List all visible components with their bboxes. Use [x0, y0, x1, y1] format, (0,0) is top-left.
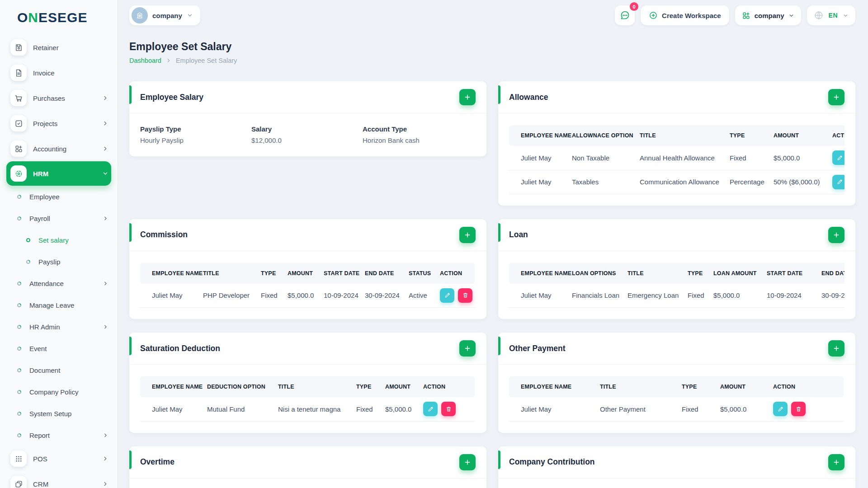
sidebar-item-manage-leave[interactable]: Manage Leave: [6, 294, 111, 316]
create-workspace-label: Create Workspace: [662, 12, 721, 19]
sidebar-item-label: Employee: [29, 193, 111, 201]
add-saturation-deduction-button[interactable]: [459, 340, 476, 357]
column-header: START DATE: [318, 263, 359, 284]
pencil-icon: [836, 178, 843, 185]
breadcrumb-dashboard-link[interactable]: Dashboard: [129, 57, 161, 64]
sidebar: ONESEGE Retainer Invoice Purchases: [0, 0, 118, 488]
cell-title: Annual Health Allowance: [634, 146, 724, 170]
bullet-icon: [16, 324, 22, 330]
cell-end-date: 30-09-2024: [816, 284, 844, 308]
edit-button[interactable]: [832, 175, 844, 189]
sidebar-item-attendance[interactable]: Attendance: [6, 272, 111, 294]
cell-amount: $5,000.0: [282, 284, 318, 308]
workspace-selector[interactable]: company: [735, 5, 801, 25]
cell-allowance-option: Non Taxable: [566, 146, 634, 170]
cell-type: Fixed: [350, 397, 379, 421]
breadcrumb: Dashboard Employee Set Salary: [129, 57, 855, 64]
sidebar-item-company-policy[interactable]: Company Policy: [6, 381, 111, 403]
company-selector-label: company: [152, 12, 182, 19]
add-employee-salary-button[interactable]: [459, 89, 476, 105]
cell-employee-name: Juliet May: [509, 397, 594, 421]
column-header: ACTION: [767, 376, 844, 397]
edit-button[interactable]: [423, 402, 438, 416]
chat-bubble-icon: [619, 10, 630, 21]
salary-summary: Payslip Type Hourly Payslip Salary $12,0…: [129, 113, 486, 156]
app-root: ONESEGE Retainer Invoice Purchases: [0, 0, 868, 488]
add-commission-button[interactable]: [459, 227, 476, 243]
field-value: Hourly Payslip: [140, 136, 251, 144]
card-header: Saturation Deduction: [129, 333, 486, 365]
add-company-contribution-button[interactable]: [828, 454, 844, 470]
cell-employee-name: Juliet May: [509, 284, 566, 308]
chevron-right-icon: [102, 95, 108, 101]
sidebar-item-label: Company Policy: [29, 388, 111, 396]
card-title: Commission: [140, 230, 188, 239]
allowance-table: EMPLOYEE NAME ALLOWNACE OPTION TITLE TYP…: [509, 125, 844, 194]
cell-deduction-option: Mutual Fund: [201, 397, 272, 421]
language-selector[interactable]: EN: [807, 5, 855, 25]
purchases-cart-icon: [10, 90, 27, 106]
column-header: TYPE: [724, 125, 768, 146]
table-header-row: EMPLOYEE NAME ALLOWNACE OPTION TITLE TYP…: [509, 125, 844, 146]
logo-text-pre: O: [17, 10, 28, 25]
sidebar-item-hr-admin[interactable]: HR Admin: [6, 316, 111, 338]
add-other-payment-button[interactable]: [828, 340, 844, 357]
sidebar-item-retainer[interactable]: Retainer: [6, 35, 111, 60]
messages-button[interactable]: 0: [615, 5, 635, 25]
sidebar-item-purchases[interactable]: Purchases: [6, 85, 111, 111]
column-header: AMOUNT: [714, 376, 767, 397]
hrm-target-icon: [10, 165, 27, 182]
sidebar-item-projects[interactable]: Projects: [6, 111, 111, 136]
sidebar-item-event[interactable]: Event: [6, 338, 111, 359]
sidebar-item-set-salary[interactable]: Set salary: [6, 229, 111, 251]
sidebar-item-label: Set salary: [38, 236, 111, 244]
delete-button[interactable]: [458, 288, 472, 303]
column-header: LOAN AMOUNT: [708, 263, 761, 284]
column-header: EMPLOYEE NAME: [140, 376, 201, 397]
sidebar-item-label: Retainer: [33, 44, 111, 52]
column-header: ACTION: [434, 263, 475, 284]
commission-table: EMPLOYEE NAME TITLE TYPE AMOUNT START DA…: [140, 263, 476, 308]
trash-icon: [445, 406, 452, 413]
sidebar-item-system-setup[interactable]: System Setup: [6, 403, 111, 424]
edit-button[interactable]: [773, 402, 788, 416]
edit-button[interactable]: [832, 150, 844, 165]
cell-status: Active: [403, 284, 434, 308]
plus-circle-icon: [649, 11, 658, 20]
card-title: Overtime: [140, 457, 175, 467]
sidebar-item-label: Manage Leave: [29, 301, 111, 309]
field-salary: Salary $12,000.0: [251, 125, 363, 144]
edit-button[interactable]: [440, 288, 454, 303]
card-header: Overtime: [129, 446, 486, 479]
sidebar-item-invoice[interactable]: Invoice: [6, 60, 111, 85]
add-allowance-button[interactable]: [828, 89, 844, 105]
chevron-down-icon: [843, 13, 849, 19]
sidebar-item-label: Projects: [33, 120, 102, 127]
column-header: TITLE: [594, 376, 676, 397]
brand-logo[interactable]: ONESEGE: [0, 0, 118, 35]
other-payment-table: EMPLOYEE NAME TITLE TYPE AMOUNT ACTION J…: [509, 376, 844, 422]
sidebar-item-employee[interactable]: Employee: [6, 186, 111, 207]
chevron-right-icon: [166, 58, 171, 63]
create-workspace-button[interactable]: Create Workspace: [641, 5, 729, 25]
delete-button[interactable]: [791, 402, 806, 416]
company-selector[interactable]: company: [129, 5, 200, 25]
sidebar-item-document[interactable]: Document: [6, 359, 111, 381]
delete-button[interactable]: [441, 402, 456, 416]
sidebar-item-accounting[interactable]: Accounting: [6, 136, 111, 161]
cell-allowance-option: Taxables: [566, 170, 634, 194]
card-title: Loan: [509, 230, 528, 239]
card-header: Commission: [129, 219, 486, 251]
table-row: Juliet May Mutual Fund Nisi a tenetur ma…: [140, 397, 475, 421]
sidebar-item-payslip[interactable]: Payslip: [6, 251, 111, 272]
add-loan-button[interactable]: [828, 227, 844, 243]
chevron-right-icon: [102, 481, 108, 487]
sidebar-item-pos[interactable]: POS: [6, 446, 111, 471]
add-overtime-button[interactable]: [459, 454, 476, 470]
sidebar-item-report[interactable]: Report: [6, 424, 111, 446]
column-header: TITLE: [634, 125, 724, 146]
sidebar-item-label: System Setup: [29, 410, 111, 418]
sidebar-item-crm[interactable]: CRM: [6, 471, 111, 488]
sidebar-item-hrm[interactable]: HRM: [6, 161, 111, 186]
sidebar-item-payroll[interactable]: Payroll: [6, 207, 111, 229]
